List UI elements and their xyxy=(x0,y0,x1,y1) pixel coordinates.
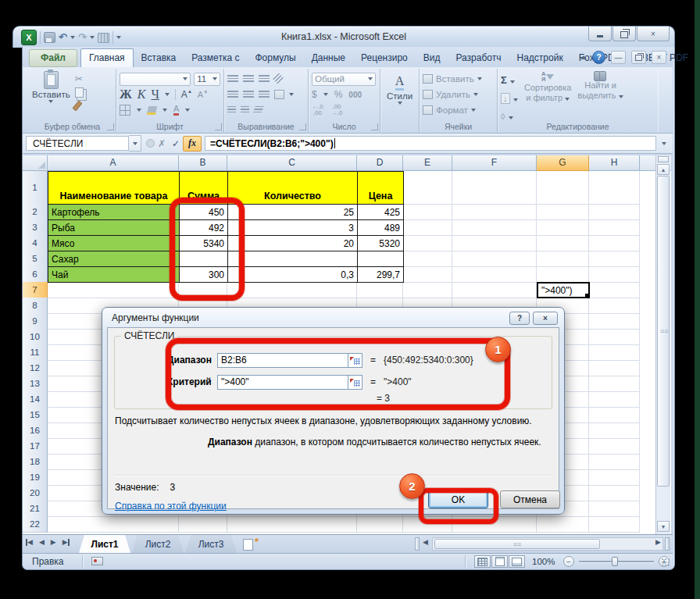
hscroll-thumb[interactable]: ≡≡ xyxy=(434,539,600,549)
vscroll-thumb[interactable]: ≡≡ xyxy=(657,176,670,487)
row-header-2[interactable]: 2 xyxy=(23,204,48,220)
align-left-icon[interactable] xyxy=(227,91,238,98)
cell-D5[interactable] xyxy=(357,251,404,267)
row-header-6[interactable]: 6 xyxy=(23,266,48,283)
increase-decimal-icon[interactable]: ←,0,00 xyxy=(312,104,323,116)
row-header-17[interactable]: 17 xyxy=(23,438,48,455)
paste-button[interactable]: Вставить xyxy=(32,71,70,111)
fill-color-icon[interactable] xyxy=(147,106,157,115)
sheet-tab-Лист2[interactable]: Лист2 xyxy=(132,535,184,553)
delete-cells-label[interactable]: Удалить xyxy=(436,90,470,99)
cell-G7[interactable]: ">400") xyxy=(537,282,590,298)
row-header-3[interactable]: 3 xyxy=(23,219,48,236)
merge-dropdown-icon[interactable] xyxy=(289,93,294,96)
number-dialog-launcher-icon[interactable] xyxy=(371,123,378,130)
ribbon-tab-Главная[interactable]: Главная xyxy=(80,48,134,67)
insert-sheet-button[interactable]: * xyxy=(243,538,259,551)
cell-D6[interactable]: 299,7 xyxy=(357,266,404,283)
ribbon-tab-Рецензиро[interactable]: Рецензиро xyxy=(353,49,416,67)
increase-font-button[interactable]: А▲ xyxy=(181,89,192,100)
format-dropdown-icon[interactable] xyxy=(471,109,476,112)
column-header-C[interactable]: C xyxy=(227,155,357,171)
cell-D3[interactable]: 489 xyxy=(357,219,404,236)
resize-grip[interactable] xyxy=(661,558,670,567)
decrease-font-button[interactable]: А▼ xyxy=(198,90,208,99)
normal-view-button[interactable] xyxy=(474,555,491,568)
row-header-13[interactable]: 13 xyxy=(23,376,48,392)
align-bottom-icon[interactable] xyxy=(259,75,270,83)
hscroll-left-button[interactable]: ◀ xyxy=(423,538,428,546)
collapse-ribbon-icon[interactable] xyxy=(580,55,587,59)
tab-splitter-handle[interactable] xyxy=(415,537,420,551)
horizontal-scrollbar[interactable]: ≡≡ xyxy=(432,537,663,551)
workbook-minimize-button[interactable]: — xyxy=(611,51,626,64)
first-sheet-button[interactable]: ◀ xyxy=(26,538,33,546)
decrease-indent-icon[interactable] xyxy=(227,106,236,114)
bold-button[interactable]: Ж xyxy=(120,87,132,102)
ribbon-tab-Разметка с[interactable]: Разметка с xyxy=(184,49,247,67)
ribbon-tab-Данные[interactable]: Данные xyxy=(304,49,353,67)
row-header-4[interactable]: 4 xyxy=(23,235,48,251)
clear-icon[interactable]: ◊ xyxy=(501,112,505,121)
insert-function-button[interactable]: fx xyxy=(183,136,202,152)
column-header-E[interactable]: E xyxy=(403,155,452,171)
cell-A2[interactable]: Картофель xyxy=(48,204,180,220)
number-format-select[interactable]: Общий xyxy=(312,73,376,86)
fill-down-icon[interactable]: ↓ xyxy=(501,93,510,104)
ribbon-tab-Надстройк[interactable]: Надстройк xyxy=(509,49,571,67)
dialog-help-button[interactable]: ? xyxy=(509,312,530,325)
row-header-12[interactable]: 12 xyxy=(23,360,48,376)
cut-icon[interactable]: ✂ xyxy=(75,73,84,84)
cell-C4[interactable]: 20 xyxy=(227,235,358,251)
zoom-out-button[interactable]: − xyxy=(563,556,574,567)
borders-dropdown-icon[interactable] xyxy=(137,109,141,112)
cell-D2[interactable]: 425 xyxy=(357,204,404,220)
fill-dropdown-icon[interactable] xyxy=(513,98,518,102)
italic-button[interactable]: К xyxy=(138,87,146,102)
cell-A4[interactable]: Мясо xyxy=(48,235,180,251)
cell-C5[interactable] xyxy=(227,251,358,267)
cell-A3[interactable]: Рыба xyxy=(48,219,180,236)
align-right-icon[interactable] xyxy=(259,91,270,98)
page-break-view-button[interactable] xyxy=(509,555,525,568)
find-select-button[interactable]: Найти ивыделить xyxy=(577,71,623,123)
function-help-link[interactable]: Справка по этой функции xyxy=(115,501,227,512)
prev-sheet-button[interactable]: ◀ xyxy=(39,538,45,546)
sort-filter-button[interactable]: АЯ Сортировкаи фильтр xyxy=(524,71,571,123)
last-sheet-button[interactable]: ▶ xyxy=(62,538,70,546)
insert-cells-icon[interactable] xyxy=(423,74,433,84)
autosum-dropdown-icon[interactable] xyxy=(510,80,515,84)
cell-D1[interactable]: Цена xyxy=(357,171,404,205)
title-bar[interactable]: X ↶ ↷ Книга1.xlsx - Microsoft Excel × xyxy=(12,26,675,48)
delete-dropdown-icon[interactable] xyxy=(473,93,478,96)
insert-dropdown-icon[interactable] xyxy=(477,77,482,80)
workbook-close-button[interactable]: × xyxy=(652,51,666,64)
row-header-18[interactable]: 18 xyxy=(23,454,48,470)
name-box-dropdown[interactable] xyxy=(129,135,141,152)
row-header-14[interactable]: 14 xyxy=(23,391,48,408)
vertical-scrollbar[interactable]: ▲ ≡≡ ▼ xyxy=(655,155,670,534)
cell-D4[interactable]: 5320 xyxy=(357,235,404,251)
percent-format-button[interactable]: % xyxy=(334,89,343,100)
row-header-20[interactable]: 20 xyxy=(23,485,48,501)
column-header-G[interactable]: G xyxy=(537,155,589,171)
ribbon-tab-Формулы[interactable]: Формулы xyxy=(247,49,303,67)
column-header-F[interactable]: F xyxy=(452,155,537,171)
currency-format-button[interactable]: $ xyxy=(312,89,317,100)
clipboard-dialog-launcher-icon[interactable] xyxy=(107,123,114,130)
dialog-close-button[interactable]: × xyxy=(533,312,558,325)
align-middle-icon[interactable] xyxy=(243,75,254,83)
row-header-8[interactable]: 8 xyxy=(23,298,48,314)
row-header-15[interactable]: 15 xyxy=(23,407,48,423)
cancel-entry-button[interactable]: ✗ xyxy=(155,137,169,151)
align-center-icon[interactable] xyxy=(243,91,254,98)
format-painter-icon[interactable] xyxy=(72,101,82,112)
workbook-restore-button[interactable] xyxy=(631,51,646,64)
select-all-corner[interactable] xyxy=(23,155,48,171)
ribbon-tab-Вставка[interactable]: Вставка xyxy=(134,49,184,67)
zoom-level[interactable]: 100% xyxy=(532,557,555,566)
insert-cells-label[interactable]: Вставить xyxy=(436,74,474,84)
page-layout-view-button[interactable] xyxy=(491,555,508,568)
ribbon-tab-Файл[interactable]: Файл xyxy=(29,49,77,67)
cell-A1[interactable]: Наименование товара xyxy=(48,171,180,205)
